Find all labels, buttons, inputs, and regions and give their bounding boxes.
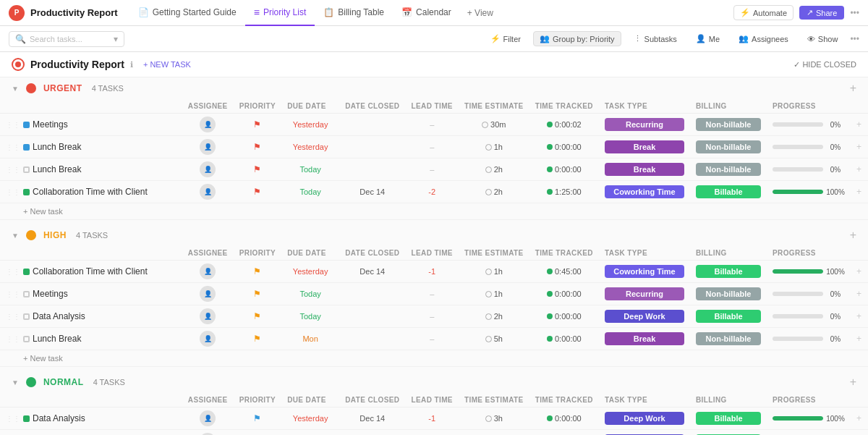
task-status-box[interactable] <box>23 336 30 342</box>
automate-button[interactable]: ⚡ Automate <box>733 5 793 20</box>
show-button[interactable]: 👁 Show <box>801 32 845 46</box>
search-box[interactable]: 🔍 Search tasks... ▾ <box>9 31 124 47</box>
date-closed-cell <box>339 305 405 328</box>
group-header-urgent[interactable]: ▼ URGENT 4 TASKS + <box>0 77 868 99</box>
add-column-icon[interactable]: + <box>850 229 856 242</box>
more-options-icon[interactable]: ••• <box>850 8 859 18</box>
task-name: Lunch Break <box>33 164 81 174</box>
me-button[interactable]: 👤 Me <box>689 31 726 46</box>
add-col-icon[interactable]: + <box>856 142 861 152</box>
task-status-box[interactable] <box>23 269 30 275</box>
add-column-icon[interactable]: + <box>850 376 856 389</box>
time-tracked-cell: 0:00:00 <box>529 159 599 181</box>
priority-flag-icon: ⚑ <box>253 187 261 197</box>
collapse-icon: ▼ <box>12 379 19 387</box>
assignee-cell: 👤 <box>182 305 234 328</box>
task-status-box[interactable] <box>23 166 30 173</box>
add-col-icon[interactable]: + <box>856 266 861 276</box>
priority-flag-icon: ⚑ <box>253 119 261 130</box>
group-count-urgent: 4 TASKS <box>90 84 124 93</box>
tab-getting-started[interactable]: 📄 Getting Started Guide <box>129 0 245 26</box>
column-header-row: ASSIGNEE PRIORITY DUE DATE DATE CLOSED L… <box>0 393 868 407</box>
new-task-link[interactable]: + New task <box>6 354 63 363</box>
estimate-icon <box>485 415 492 422</box>
table-row[interactable]: ⋮⋮ Meetings 👤 ⚑ Yesterday – <box>0 114 868 136</box>
add-col-icon[interactable]: + <box>856 334 861 344</box>
table-row[interactable]: ⋮⋮ Collaboration Time with Client 👤 ⚑ To… <box>0 181 868 203</box>
time-estimate-cell: 3h <box>459 430 529 436</box>
add-col-icon[interactable]: + <box>856 119 861 130</box>
lead-time-value: – <box>430 312 434 321</box>
add-col-icon-cell: + <box>851 114 868 136</box>
table-row[interactable]: ⋮⋮ Meetings 👤 ⚑ Today – <box>0 283 868 305</box>
add-col-icon[interactable]: + <box>856 187 861 197</box>
time-tracked-cell: 0:00:00 <box>529 305 599 328</box>
group-header-high[interactable]: ▼ HIGH 4 TASKS + <box>0 224 868 246</box>
th-due-date: DUE DATE <box>281 246 339 261</box>
add-col-icon[interactable]: + <box>856 413 861 423</box>
group-by-button[interactable]: 👥 Group by: Priority <box>533 31 621 46</box>
billing-badge: Non-billable <box>696 140 761 153</box>
progress-bar-bg <box>773 122 823 127</box>
time-tracked-cell: 0:00:02 <box>529 114 599 136</box>
task-status-box[interactable] <box>23 122 30 128</box>
table-row[interactable]: ⋮⋮ Lunch Break 👤 ⚑ Today – <box>0 159 868 181</box>
tab-priority-list[interactable]: ≡ Priority List <box>245 0 315 26</box>
billing-badge: Non-billable <box>696 163 761 176</box>
add-column-icon[interactable]: + <box>850 82 856 95</box>
th-priority: PRIORITY <box>234 246 281 261</box>
task-name-cell: ⋮⋮ Lunch Break <box>0 136 182 159</box>
progress-cell: 0% <box>767 159 851 181</box>
task-name-cell: ⋮⋮ Collaboration Time with Client <box>0 261 182 283</box>
task-status-box[interactable] <box>23 189 30 195</box>
new-task-row[interactable]: + New task <box>0 350 868 367</box>
th-priority: PRIORITY <box>234 99 281 114</box>
billing-cell: Non-billable <box>690 159 767 181</box>
due-date-cell: Today <box>281 159 339 181</box>
more-toolbar-icon[interactable]: ••• <box>850 34 859 44</box>
avatar: 👤 <box>200 117 216 132</box>
task-type-badge: Recurring <box>605 287 684 300</box>
tab-calendar[interactable]: 📅 Calendar <box>393 0 460 26</box>
due-date-cell: Mon <box>281 430 339 436</box>
drag-handle: ⋮⋮ <box>6 313 20 321</box>
add-col-icon[interactable]: + <box>856 311 861 321</box>
tab-billing-table[interactable]: 📋 Billing Table <box>315 0 393 26</box>
table-row[interactable]: ⋮⋮ Data Analysis 👤 ⚑ Today – <box>0 305 868 328</box>
assignees-button[interactable]: 👥 Assignees <box>732 31 795 46</box>
table-row[interactable]: ⋮⋮ Data Analysis 👤 ⚑ Mon – <box>0 430 868 436</box>
subtasks-button[interactable]: ⋮ Subtasks <box>627 31 684 46</box>
due-date-value: Today <box>299 165 320 174</box>
progress-bar-fill <box>773 416 823 421</box>
add-col-icon[interactable]: + <box>856 289 861 299</box>
group-count-high: 4 TASKS <box>74 231 108 240</box>
share-button[interactable]: ↗ Share <box>799 6 844 20</box>
tracked-dot <box>547 269 553 274</box>
tracked-value: 1:25:00 <box>555 187 582 196</box>
add-view-button[interactable]: + View <box>460 0 501 26</box>
task-status-box[interactable] <box>23 313 30 320</box>
table-row[interactable]: ⋮⋮ Collaboration Time with Client 👤 ⚑ Ye… <box>0 261 868 283</box>
tracked-value: 0:00:00 <box>555 290 582 298</box>
filter-button[interactable]: ⚡ Filter <box>484 31 527 46</box>
task-status-box[interactable] <box>23 415 30 422</box>
hide-closed-button[interactable]: ✓ HIDE CLOSED <box>793 60 856 69</box>
due-date-cell: Yesterday <box>281 114 339 136</box>
progress-bar-bg <box>773 145 823 149</box>
task-status-box[interactable] <box>23 144 30 151</box>
new-task-link[interactable]: + New task <box>6 207 63 216</box>
progress-cell: 0% <box>767 114 851 136</box>
table-row[interactable]: ⋮⋮ Lunch Break 👤 ⚑ Yesterday – <box>0 136 868 159</box>
new-task-button[interactable]: + NEW TASK <box>139 59 195 70</box>
task-status-box[interactable] <box>23 291 30 297</box>
list-icon: ≡ <box>254 7 260 18</box>
priority-cell: ⚑ <box>234 261 281 283</box>
table-row[interactable]: ⋮⋮ Lunch Break 👤 ⚑ Mon – <box>0 328 868 350</box>
add-col-icon[interactable]: + <box>856 164 861 174</box>
tracked-value: 0:00:00 <box>555 312 582 321</box>
table-row[interactable]: ⋮⋮ Data Analysis 👤 ⚑ Yesterday Dec 14 - <box>0 407 868 430</box>
project-info-icon[interactable]: ℹ <box>130 60 133 69</box>
priority-cell: ⚑ <box>234 305 281 328</box>
group-header-normal[interactable]: ▼ NORMAL 4 TASKS + <box>0 371 868 393</box>
new-task-row[interactable]: + New task <box>0 203 868 220</box>
